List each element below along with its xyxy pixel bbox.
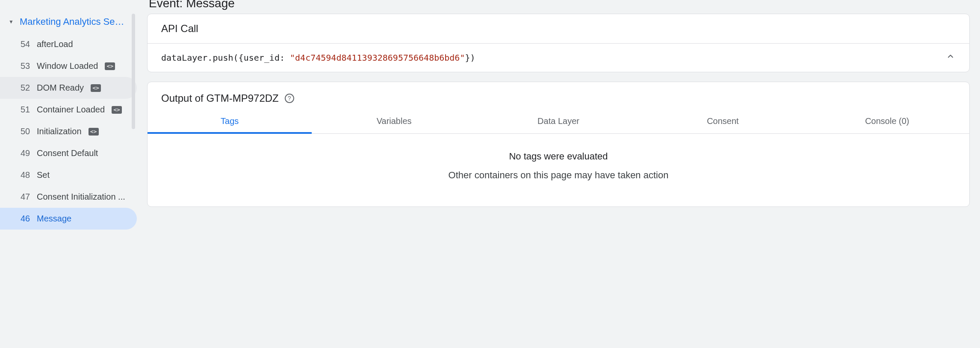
sidebar-item-num: 49 xyxy=(21,148,32,158)
sidebar-item-afterload[interactable]: 54afterLoad xyxy=(0,33,137,55)
tab-data-layer[interactable]: Data Layer xyxy=(476,110,641,133)
sidebar-items: 54afterLoad53Window Loaded<>52DOM Ready<… xyxy=(0,33,137,230)
code-icon: <> xyxy=(112,106,122,114)
output-tabs: TagsVariablesData LayerConsentConsole (0… xyxy=(148,110,969,134)
sidebar-item-dom-ready[interactable]: 52DOM Ready<> xyxy=(0,77,137,99)
tab-variables[interactable]: Variables xyxy=(312,110,476,133)
api-call-card: API Call dataLayer.push({user_id: "d4c74… xyxy=(147,14,970,72)
sidebar-item-label: Consent Initialization ... xyxy=(37,192,125,202)
scrollbar-thumb[interactable] xyxy=(132,14,135,129)
sidebar-header-title: Marketing Analytics Servi... xyxy=(20,16,127,27)
no-tags-title: No tags were evaluated xyxy=(161,151,956,162)
sidebar-item-num: 48 xyxy=(21,170,32,180)
code-string: "d4c74594d841139328695756648b6bd6" xyxy=(290,53,465,63)
code-icon: <> xyxy=(89,128,99,136)
sidebar-item-label: Message xyxy=(37,214,71,224)
sidebar-item-num: 54 xyxy=(21,39,32,49)
tab-tags[interactable]: Tags xyxy=(148,110,312,134)
api-call-code: dataLayer.push({user_id: "d4c74594d84113… xyxy=(161,53,475,63)
code-suffix: }) xyxy=(465,53,475,63)
sidebar-item-consent-initialization-[interactable]: 47Consent Initialization ... xyxy=(0,186,137,208)
sidebar-item-set[interactable]: 48Set xyxy=(0,164,137,186)
sidebar-item-label: DOM Ready xyxy=(37,83,84,93)
sidebar-item-label: Set xyxy=(37,170,50,180)
page-title: Event: Message xyxy=(147,0,970,14)
sidebar-item-container-loaded[interactable]: 51Container Loaded<> xyxy=(0,99,137,121)
sidebar-item-num: 47 xyxy=(21,192,32,202)
sidebar-item-initialization[interactable]: 50Initialization<> xyxy=(0,121,137,142)
sidebar-item-label: Initialization xyxy=(37,127,82,136)
sidebar-item-num: 52 xyxy=(21,83,32,93)
sidebar-item-label: Consent Default xyxy=(37,148,98,158)
output-header: Output of GTM-MP972DZ ? xyxy=(148,82,969,110)
chevron-up-icon[interactable] xyxy=(945,51,956,64)
sidebar-item-num: 51 xyxy=(21,105,32,115)
help-icon[interactable]: ? xyxy=(285,94,294,103)
main-content: Event: Message API Call dataLayer.push({… xyxy=(137,0,980,348)
sidebar-item-num: 53 xyxy=(21,61,32,71)
output-title: Output of GTM-MP972DZ xyxy=(161,92,279,104)
sidebar-item-num: 46 xyxy=(21,214,32,224)
sidebar-item-num: 50 xyxy=(21,127,32,136)
no-tags-sub: Other containers on this page may have t… xyxy=(161,170,956,181)
sidebar-item-message[interactable]: 46Message xyxy=(0,208,137,230)
sidebar-item-label: Window Loaded xyxy=(37,61,98,71)
tab-consent[interactable]: Consent xyxy=(641,110,805,133)
tab-content-tags: No tags were evaluated Other containers … xyxy=(148,134,969,206)
api-call-body: dataLayer.push({user_id: "d4c74594d84113… xyxy=(148,44,969,72)
sidebar-item-window-loaded[interactable]: 53Window Loaded<> xyxy=(0,55,137,77)
sidebar-header[interactable]: ▼ Marketing Analytics Servi... xyxy=(0,13,137,33)
tab-console-0-[interactable]: Console (0) xyxy=(805,110,969,133)
sidebar-item-label: afterLoad xyxy=(37,39,73,49)
code-prefix: dataLayer.push({user_id: xyxy=(161,53,290,63)
api-call-header: API Call xyxy=(148,14,969,44)
code-icon: <> xyxy=(105,62,115,70)
sidebar-item-label: Container Loaded xyxy=(37,105,105,115)
event-sidebar: ▼ Marketing Analytics Servi... 54afterLo… xyxy=(0,0,137,348)
sidebar-item-consent-default[interactable]: 49Consent Default xyxy=(0,142,137,164)
code-icon: <> xyxy=(91,84,101,92)
output-card: Output of GTM-MP972DZ ? TagsVariablesDat… xyxy=(147,82,970,207)
caret-down-icon: ▼ xyxy=(9,19,14,25)
